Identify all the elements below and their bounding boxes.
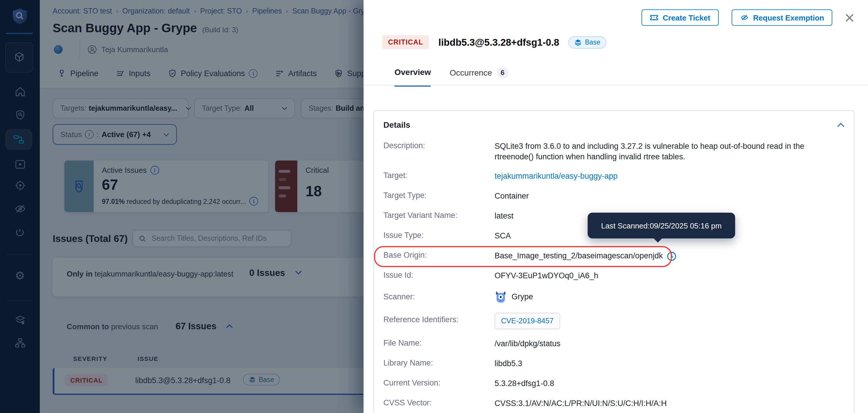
severity-badge: CRITICAL [65, 374, 108, 386]
last-scanned-tooltip: Last Scanned:09/25/2025 05:16 pm [588, 213, 735, 238]
detail-row-description: Description: SQLite3 from 3.6.0 to and i… [383, 141, 845, 162]
user-avatar-icon [87, 44, 97, 54]
power-icon [14, 227, 26, 238]
common-count: 67 Issues [176, 321, 217, 331]
status-filter-dropdown[interactable]: Status Active (67) +4 [53, 124, 177, 145]
tab-artifacts[interactable]: Artifacts [275, 69, 317, 78]
column-header-issue: ISSUE [137, 355, 158, 362]
sidebar-item-home[interactable] [0, 81, 40, 102]
detail-row-current-version: Current Version: 5.3.28+dfsg1-0.8 [383, 378, 845, 389]
tab-inputs[interactable]: Inputs [116, 69, 150, 78]
page-title: Scan Buggy App - Grype [53, 21, 197, 35]
sidebar-divider [6, 300, 33, 301]
chevron-right-icon: › [116, 8, 118, 14]
supply-chain-shield-icon [334, 69, 343, 78]
info-icon[interactable] [249, 197, 258, 206]
target-type-filter-dropdown[interactable]: Target Type:All [194, 98, 295, 118]
security-scan-icon [54, 45, 63, 54]
issue-title: libdb5.3@5.3.28+dfsg1-0.8 [438, 37, 559, 48]
gear-icon: ⚙ [15, 270, 25, 281]
tab-occurrence[interactable]: Occurrence 6 [450, 67, 508, 87]
org-tree-icon [14, 336, 26, 349]
clock-icon[interactable] [667, 251, 677, 261]
search-input[interactable] [150, 234, 285, 243]
home-icon [14, 85, 26, 97]
sidebar-divider [6, 254, 33, 255]
create-ticket-button[interactable]: Create Ticket [642, 9, 718, 26]
severity-badge: CRITICAL [382, 35, 429, 49]
sidebar-item-module[interactable] [5, 42, 33, 72]
sidebar-item-account-resources[interactable] [0, 309, 40, 330]
sidebar-item-organizations[interactable] [0, 332, 40, 353]
breadcrumb-pipelines[interactable]: Pipelines [252, 7, 282, 15]
executions-icon [14, 158, 26, 170]
column-header-severity: SEVERITY [73, 355, 107, 362]
common-sublabel: previous scan [109, 322, 158, 331]
chevron-right-icon: › [286, 8, 288, 14]
tab-pipeline[interactable]: Pipeline [57, 69, 98, 78]
active-issues-count: 67 [102, 176, 258, 193]
issue-details-drawer: Create Ticket Request Exemption CRITICAL… [364, 0, 868, 413]
sidebar-item-pipelines[interactable] [5, 129, 32, 150]
chevron-down-icon [163, 133, 169, 136]
chevron-right-icon: › [246, 8, 248, 14]
detail-row-target: Target: tejakummarikuntla/easy-buggy-app [383, 171, 845, 182]
chevron-down-icon [177, 107, 191, 110]
sidebar-item-exemptions[interactable] [0, 198, 40, 219]
breadcrumb-current[interactable]: Scan Buggy App - Gry [292, 7, 365, 15]
sto-logo-icon [10, 7, 30, 26]
sidebar-item-executions[interactable] [0, 153, 40, 175]
chevron-down-icon[interactable] [295, 270, 302, 275]
sidebar-item-scans[interactable] [0, 104, 40, 125]
detail-row-base-origin: Base Origin: Base_Image_testing_2/baseim… [383, 251, 845, 261]
ticket-icon [650, 14, 658, 21]
artifacts-icon [275, 69, 284, 78]
app-root: ⚙ Account: STO test› Organization: defau… [0, 0, 868, 413]
details-heading: Details [383, 120, 410, 129]
sidebar-item-get-started[interactable] [0, 222, 40, 243]
layers-icon [575, 38, 582, 46]
target-link[interactable]: tejakummarikuntla/easy-buggy-app [495, 171, 618, 182]
details-card: Details Description: SQLite3 from 3.6.0 … [373, 110, 855, 413]
pipeline-pin-icon [57, 69, 66, 78]
collapse-chevron-up-icon[interactable] [837, 122, 845, 127]
sidebar-item-targets[interactable] [0, 175, 40, 196]
critical-strip-bars-icon [275, 160, 297, 212]
detail-row-library-name: Library Name: libdb5.3 [383, 358, 845, 369]
base-tag-pill: Base [243, 374, 280, 385]
common-label: Common to [67, 322, 109, 331]
issues-search [132, 230, 291, 247]
target-icon [14, 179, 26, 191]
close-icon[interactable] [845, 13, 854, 22]
chevron-right-icon: › [194, 8, 196, 14]
critical-label: Critical [306, 166, 329, 175]
inputs-icon [116, 69, 125, 78]
detail-row-issue-id: Issue Id: OFYV-3EuP1wDYOq0_iA6_h [383, 271, 845, 281]
layers-gear-icon [14, 314, 26, 326]
detail-row-target-type: Target Type: Container [383, 191, 845, 202]
pipelines-icon [12, 133, 25, 146]
detail-row-reference-identifiers: Reference Identifiers: CVE-2019-8457 [383, 313, 845, 329]
info-icon [85, 130, 94, 139]
cve-chip[interactable]: CVE-2019-8457 [495, 313, 560, 329]
breadcrumb-org[interactable]: Organization: default [122, 7, 190, 15]
breadcrumb-account[interactable]: Account: STO test [53, 7, 112, 15]
tab-policy-evaluations[interactable]: Policy Evaluations [168, 69, 258, 78]
dedup-note: reduced by deduplicating 2,242 occurr... [125, 198, 246, 205]
detail-row-scanner: Scanner: Grype [383, 291, 845, 303]
build-id-label: (Build Id: 3) [202, 26, 238, 34]
sidebar-logo-divider [6, 33, 33, 34]
breadcrumb-project[interactable]: Project: STO [200, 7, 242, 15]
base-tag-pill: Base [569, 36, 606, 48]
chevron-down-icon [273, 107, 287, 110]
critical-count: 18 [306, 183, 329, 200]
eye-slash-icon [740, 13, 749, 22]
targets-filter-dropdown[interactable]: Targets:tejakummarikuntla/easy... [53, 98, 188, 118]
sidebar-item-settings[interactable]: ⚙ [0, 265, 40, 286]
issue-name: libdb5.3@5.3.28+dfsg1-0.8 [135, 376, 230, 385]
chevron-up-icon[interactable] [226, 324, 233, 329]
shield-check-icon [168, 69, 177, 78]
tab-overview[interactable]: Overview [395, 67, 431, 86]
info-icon[interactable] [150, 166, 159, 175]
request-exemption-button[interactable]: Request Exemption [731, 9, 832, 26]
